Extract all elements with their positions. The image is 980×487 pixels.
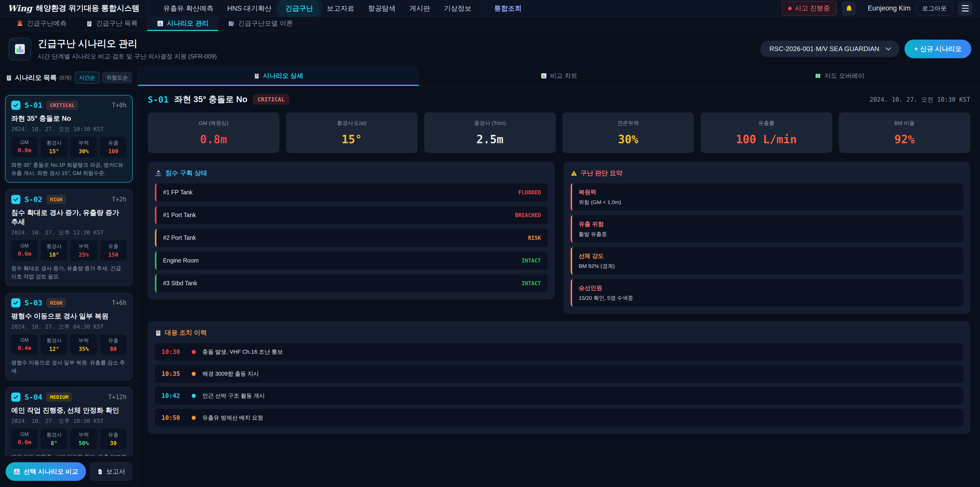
detail-scenario-id: S-01 xyxy=(148,94,169,105)
history-row: 10:42 인근 선박 구조 활동 개시 xyxy=(155,387,963,405)
nav-item-aerial-search[interactable]: 항공탐색 xyxy=(362,1,402,16)
scenario-description: 좌현 35° 충돌로 No.1P 화물탱크 파공, 벙커C유 유출 개시. 좌현… xyxy=(11,161,127,177)
ship-icon xyxy=(155,169,162,177)
sort-by-time-button[interactable]: 시간순 xyxy=(75,72,100,83)
nav-item-weather[interactable]: 기상정보 xyxy=(438,1,477,16)
nav-item-oil-spill[interactable]: 유출유 확산예측 xyxy=(157,1,220,16)
compartment-rows: #1 FP Tank FLOODED #1 Port Tank BREACHED… xyxy=(155,184,548,292)
compartment-row: #3 Stbd Tank INTACT xyxy=(155,274,548,292)
chart-icon xyxy=(541,73,547,79)
panel-title: 침수 구획 상태 xyxy=(155,169,548,177)
event-dot-icon xyxy=(192,416,196,420)
books-icon xyxy=(228,20,234,27)
stat-box-list: 횡경사12° xyxy=(41,334,67,355)
compare-scenarios-button[interactable]: 선택 시나리오 비교 xyxy=(6,462,86,481)
scenario-date: 2024. 10. 27. 오후 10:30 KST xyxy=(11,417,127,425)
subtab-rescue-prediction[interactable]: 긴급구난예측 xyxy=(6,17,76,31)
compartment-row: #1 FP Tank FLOODED xyxy=(155,184,548,201)
subtab-scenario-management[interactable]: 시나리오 관리 xyxy=(147,17,218,31)
compartment-status-panel: 침수 구획 상태 #1 FP Tank FLOODED #1 Port Tank… xyxy=(148,162,555,300)
bell-icon xyxy=(845,4,853,13)
severity-badge: CRITICAL xyxy=(46,101,78,110)
nav-item-reports[interactable]: 보고자료 xyxy=(321,1,360,16)
scenario-card-header: S-03 HIGH T+6h xyxy=(11,298,127,308)
scenario-card-header: S-01 CRITICAL T+0h xyxy=(11,101,127,110)
assessment-row: 선체 강도 BM 92% (경계) xyxy=(571,247,963,275)
compartment-status: BREACHED xyxy=(515,212,541,218)
scenario-description: 평형수 이동으로 경사 일부 복원. 유출률 감소 추세. xyxy=(11,359,127,375)
scenario-date: 2024. 10. 27. 오후 04:30 KST xyxy=(11,323,127,331)
compartment-row: #2 Port Tank RISK xyxy=(155,229,548,247)
app-logo: Wing 해양환경 위기대응 통합시스템 xyxy=(8,3,140,14)
scenario-card-s02[interactable]: S-02 HIGH T+2h 침수 확대로 경사 증가, 유출량 증가 추세 2… xyxy=(5,189,133,286)
scenario-card-s01[interactable]: S-01 CRITICAL T+0h 좌현 35° 충돌로 No 2024. 1… xyxy=(5,95,133,183)
subtab-label: 시나리오 관리 xyxy=(167,19,208,28)
scenario-checkbox[interactable] xyxy=(11,298,21,308)
time-offset: T+2h xyxy=(112,196,127,203)
nav-item-hns[interactable]: HNS·대기확산 xyxy=(221,1,278,16)
event-dot-icon xyxy=(192,394,196,398)
clipboard-icon xyxy=(155,329,162,336)
status-dot-icon xyxy=(788,6,792,10)
time-offset: T+12h xyxy=(108,394,127,401)
nav-item-integrated-search[interactable]: 통합조회 xyxy=(488,1,528,16)
stat-box-gm: GM0.6m xyxy=(11,428,38,449)
subtab-rescue-model-theory[interactable]: 긴급구난모델 이론 xyxy=(218,17,302,31)
warning-icon xyxy=(571,170,577,176)
scenario-checkbox[interactable] xyxy=(11,101,21,110)
scenario-stats: GM0.4m 횡경사12° 부력35% 유출80 xyxy=(11,334,127,355)
compartment-status: INTACT xyxy=(522,258,541,264)
subtab-rescue-list[interactable]: 긴급구난 목록 xyxy=(76,17,147,31)
sort-by-risk-button[interactable]: 위험도순 xyxy=(102,72,132,83)
scenario-id: S-02 xyxy=(24,195,42,204)
history-time: 10:42 xyxy=(162,392,185,399)
scenario-date: 2024. 10. 27. 오전 10:30 KST xyxy=(11,125,127,133)
assessment-row: 복원력 위험 (GM < 1.0m) xyxy=(571,184,963,211)
scenario-card-s03[interactable]: S-03 HIGH T+6h 평형수 이동으로 경사 일부 복원 2024. 1… xyxy=(5,293,133,380)
scenario-card-s04[interactable]: S-04 MEDIUM T+12h 예인 작업 진행중, 선체 안정화 확인 2… xyxy=(5,387,133,456)
history-text: 유출유 방제선 배치 요청 xyxy=(202,414,263,422)
page-subtitle: 시간 단계별 시나리오 비교·검토 및 구난 의사결정 지원 (SFR-009) xyxy=(38,52,217,61)
stat-box-buoyancy: 부력50% xyxy=(70,428,97,449)
incident-selector-value: RSC-2026-001·M/V SEA GUARDIAN xyxy=(770,45,880,53)
scenario-stats: GM0.6m 횡경사18° 부력25% 유출150 xyxy=(11,240,127,261)
chart-icon xyxy=(14,468,20,475)
incident-selector[interactable]: RSC-2026-001·M/V SEA GUARDIAN xyxy=(760,41,900,57)
sub-tab-bar: 긴급구난예측 긴급구난 목록 시나리오 관리 긴급구난모델 이론 xyxy=(0,17,980,31)
stat-box-buoyancy: 부력25% xyxy=(70,240,97,261)
nav-item-emergency-rescue[interactable]: 긴급구난 xyxy=(279,1,319,16)
event-dot-icon xyxy=(192,350,196,354)
clipboard-icon xyxy=(254,73,260,79)
document-icon xyxy=(97,469,103,475)
scenario-title: 좌현 35° 충돌로 No xyxy=(11,114,127,123)
report-button[interactable]: 보고서 xyxy=(90,463,132,481)
chart-icon xyxy=(14,43,26,55)
assessment-detail: 위험 (GM < 1.0m) xyxy=(579,199,957,206)
tab-map-overlay[interactable]: 지도 오버레이 xyxy=(699,67,980,86)
scenario-title: 평형수 이동으로 경사 일부 복원 xyxy=(11,311,127,321)
scenario-checkbox[interactable] xyxy=(11,195,21,204)
metric-cards: GM (복원심) 0.8m 횡경사 (List) 15° 종경사 (Trim) … xyxy=(148,112,970,153)
scenario-card-header: S-02 HIGH T+2h xyxy=(11,195,127,204)
tab-scenario-detail[interactable]: 시나리오 상세 xyxy=(138,67,419,86)
detail-panels: 침수 구획 상태 #1 FP Tank FLOODED #1 Port Tank… xyxy=(148,162,970,314)
metric-card-buoyancy: 잔존부력 30% xyxy=(563,112,694,153)
hamburger-icon xyxy=(962,5,969,11)
logout-button[interactable]: 로그아웃 xyxy=(916,2,953,15)
scenario-checkbox[interactable] xyxy=(11,393,21,402)
nav-item-board[interactable]: 게시판 xyxy=(403,1,436,16)
clipboard-icon xyxy=(86,20,93,27)
compartment-row: #1 Port Tank BREACHED xyxy=(155,206,548,224)
notification-button[interactable] xyxy=(842,1,856,16)
subtab-label: 긴급구난 목록 xyxy=(96,19,138,28)
sidebar-header: 시나리오 목록 (5개) 시간순 위험도순 xyxy=(0,67,138,89)
tab-comparison-chart[interactable]: 비교 차트 xyxy=(419,67,700,86)
user-name: Eunjeong Kim xyxy=(868,4,911,12)
new-scenario-button[interactable]: + 신규 시나리오 xyxy=(904,40,971,58)
compartment-name: #2 Port Tank xyxy=(163,235,196,241)
subtab-label: 긴급구난예측 xyxy=(27,19,67,28)
metric-card-bm-ratio: BM 비율 92% xyxy=(839,112,970,153)
menu-button[interactable] xyxy=(958,1,972,16)
stat-box-spill: 유출150 xyxy=(100,240,127,261)
scenario-id: S-03 xyxy=(24,299,42,307)
